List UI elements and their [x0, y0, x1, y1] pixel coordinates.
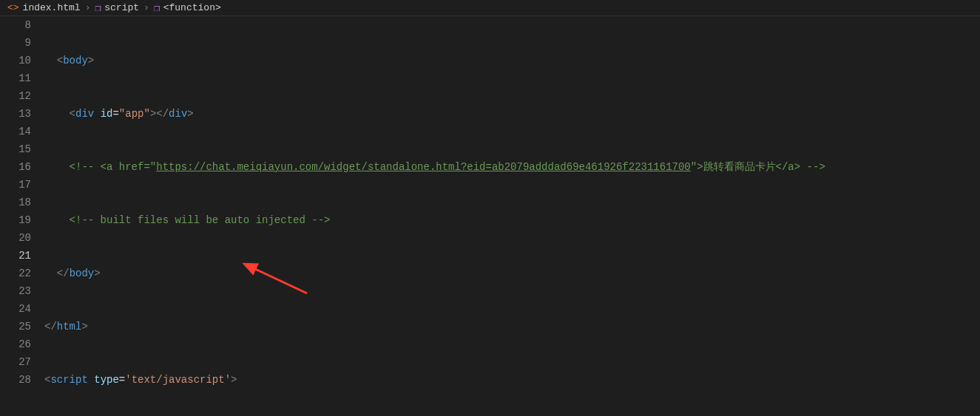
- code-area[interactable]: <body> <div id="app"></div> <!-- <a href…: [44, 16, 980, 416]
- breadcrumb-file[interactable]: index.html: [23, 2, 81, 13]
- line-number[interactable]: 27: [0, 353, 31, 371]
- code-line[interactable]: <div id="app"></div>: [44, 105, 980, 123]
- line-number[interactable]: 24: [0, 300, 31, 318]
- line-number-gutter[interactable]: 8 9 10 11 12 13 14 15 16 17 18 19 20 21 …: [0, 16, 44, 416]
- breadcrumb-symbol[interactable]: script: [104, 2, 139, 13]
- line-number[interactable]: 17: [0, 176, 31, 194]
- line-number[interactable]: 14: [0, 123, 31, 140]
- line-number[interactable]: 26: [0, 335, 31, 353]
- line-number[interactable]: 28: [0, 371, 31, 389]
- code-line[interactable]: <body>: [44, 52, 980, 69]
- line-number[interactable]: 16: [0, 158, 31, 176]
- line-number[interactable]: 25: [0, 318, 31, 335]
- cube-icon: ❒: [154, 2, 160, 14]
- line-number[interactable]: 10: [0, 52, 31, 69]
- line-number[interactable]: 13: [0, 105, 31, 123]
- file-icon: <>: [7, 2, 19, 13]
- line-number[interactable]: 8: [0, 16, 31, 34]
- cube-icon: ❒: [95, 2, 101, 14]
- line-number[interactable]: 12: [0, 87, 31, 105]
- code-line[interactable]: <!-- <a href="https://chat.meiqiayun.com…: [44, 158, 980, 176]
- code-line[interactable]: </body>: [44, 265, 980, 282]
- code-line[interactable]: </html>: [44, 318, 980, 335]
- chevron-right-icon: ›: [85, 2, 91, 13]
- line-number[interactable]: 19: [0, 211, 31, 229]
- line-number[interactable]: 15: [0, 140, 31, 158]
- breadcrumb-symbol[interactable]: <function>: [163, 2, 221, 13]
- line-number[interactable]: 23: [0, 282, 31, 300]
- code-line[interactable]: <!-- built files will be auto injected -…: [44, 211, 980, 229]
- line-number[interactable]: 18: [0, 194, 31, 211]
- code-editor[interactable]: 8 9 10 11 12 13 14 15 16 17 18 19 20 21 …: [0, 16, 980, 416]
- line-number[interactable]: 21: [0, 247, 31, 265]
- line-number[interactable]: 9: [0, 34, 31, 52]
- line-number[interactable]: 11: [0, 69, 31, 87]
- code-line[interactable]: <script type='text/javascript'>: [44, 371, 980, 389]
- chevron-right-icon: ›: [143, 2, 149, 13]
- line-number[interactable]: 20: [0, 229, 31, 247]
- breadcrumb[interactable]: <> index.html › ❒ script › ❒ <function>: [0, 0, 980, 16]
- line-number[interactable]: 22: [0, 265, 31, 282]
